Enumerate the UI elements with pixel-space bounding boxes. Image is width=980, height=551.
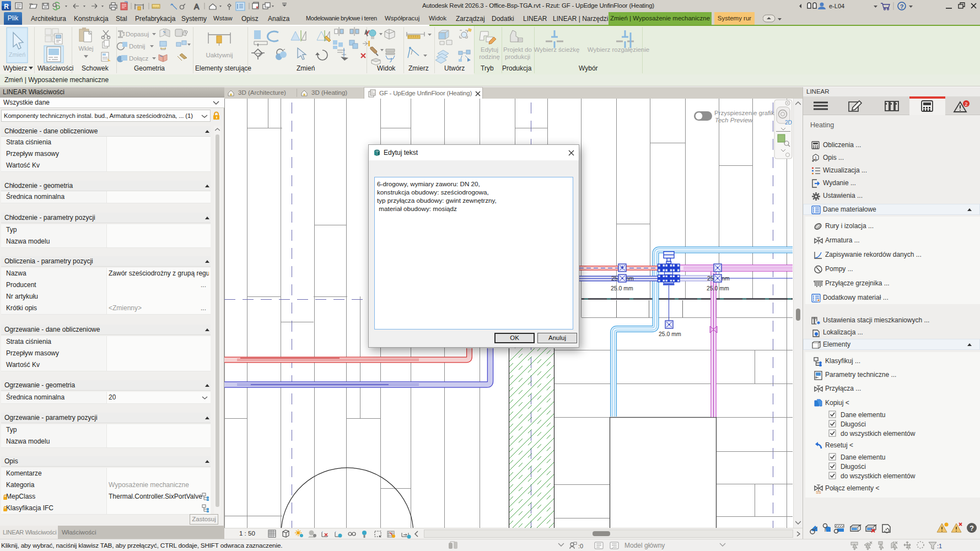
svg-text:Produkcja: Produkcja [502, 64, 532, 72]
svg-text:Wklej: Wklej [79, 45, 94, 52]
svg-text:Właściwości: Właściwości [37, 64, 73, 72]
svg-text:R: R [4, 3, 9, 10]
svg-text:Tryb: Tryb [481, 64, 494, 72]
svg-text:Uaktywnij: Uaktywnij [206, 52, 233, 58]
svg-text:Zmierz: Zmierz [408, 64, 429, 72]
svg-text:Edytuj: Edytuj [481, 46, 498, 53]
svg-text:Wybierz ścieżkę: Wybierz ścieżkę [534, 46, 580, 53]
svg-text:Dopasuj: Dopasuj [126, 31, 149, 37]
svg-text:Zmień: Zmień [297, 64, 315, 72]
svg-text:Dołącz: Dołącz [129, 55, 148, 62]
svg-text:A: A [194, 2, 200, 11]
svg-text:Tech Preview: Tech Preview [715, 117, 753, 123]
svg-text:2: 2 [965, 101, 967, 107]
svg-text::1: :1 [937, 543, 942, 549]
svg-text:Widok: Widok [377, 64, 396, 72]
svg-text:e-L04: e-L04 [829, 3, 844, 9]
svg-text:Utwórz: Utwórz [444, 64, 465, 72]
svg-text::0: :0 [578, 543, 583, 549]
svg-text:SS: SS [816, 490, 821, 494]
svg-text:Projekt do: Projekt do [503, 46, 532, 53]
svg-text:rodzinę: rodzinę [479, 53, 500, 60]
svg-text:produkcji: produkcji [505, 53, 530, 60]
svg-text:Dotnij: Dotnij [129, 43, 145, 50]
svg-text:?: ? [900, 3, 904, 10]
svg-text:Wybierz: Wybierz [3, 64, 27, 72]
svg-text:Wybierz rozgałęzienie: Wybierz rozgałęzienie [588, 46, 649, 53]
svg-text:Schowek: Schowek [82, 64, 109, 72]
svg-text:25.0 mm: 25.0 mm [611, 285, 633, 291]
svg-text:2D: 2D [785, 120, 792, 126]
svg-text:25.0 mm: 25.0 mm [659, 331, 681, 337]
svg-text:?: ? [970, 524, 974, 532]
svg-text:Zmień: Zmień [9, 51, 26, 58]
svg-text:Elementy sterujące: Elementy sterujące [195, 64, 251, 72]
svg-text:Przyspieszenie grafiki: Przyspieszenie grafiki [714, 110, 776, 116]
svg-text:25.0 mm: 25.0 mm [707, 285, 729, 291]
svg-text:Geometria: Geometria [134, 64, 165, 72]
svg-text:1: 1 [815, 155, 817, 161]
svg-text:Wybór: Wybór [579, 64, 598, 72]
